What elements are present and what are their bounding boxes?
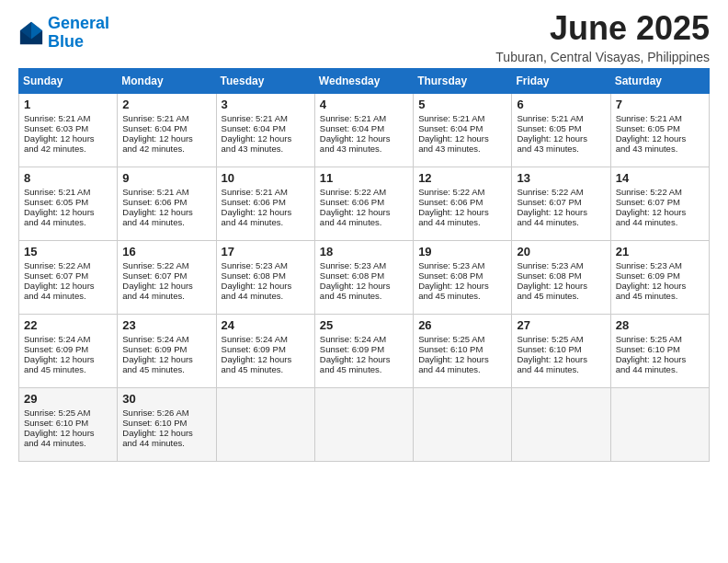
sunset-label: Sunset: 6:10 PM xyxy=(616,344,680,354)
table-row xyxy=(216,388,314,462)
table-row xyxy=(610,388,709,462)
daylight-label: Daylight: 12 hours xyxy=(320,354,391,364)
sunrise-label: Sunrise: 5:24 AM xyxy=(24,334,90,344)
sunset-label: Sunset: 6:09 PM xyxy=(616,270,680,281)
sunrise-label: Sunrise: 5:25 AM xyxy=(517,334,583,344)
daylight-minutes: and 43 minutes. xyxy=(616,144,678,154)
daylight-label: Daylight: 12 hours xyxy=(24,281,95,291)
daylight-minutes: and 44 minutes. xyxy=(24,291,86,301)
daylight-label: Daylight: 12 hours xyxy=(24,354,95,364)
sunrise-label: Sunrise: 5:21 AM xyxy=(122,187,188,197)
sunrise-label: Sunrise: 5:21 AM xyxy=(320,113,386,123)
daylight-minutes: and 43 minutes. xyxy=(320,144,382,154)
day-number: 4 xyxy=(320,98,408,111)
sunrise-label: Sunrise: 5:23 AM xyxy=(320,260,386,270)
table-row: 9 Sunrise: 5:21 AM Sunset: 6:06 PM Dayli… xyxy=(118,167,216,241)
day-number: 1 xyxy=(24,98,112,111)
daylight-minutes: and 42 minutes. xyxy=(24,144,86,154)
table-row xyxy=(512,388,610,462)
daylight-label: Daylight: 12 hours xyxy=(418,281,489,291)
sunrise-label: Sunrise: 5:21 AM xyxy=(616,113,682,123)
sunrise-label: Sunrise: 5:22 AM xyxy=(418,187,484,197)
day-number: 5 xyxy=(418,98,506,111)
day-number: 29 xyxy=(24,392,112,406)
sunset-label: Sunset: 6:09 PM xyxy=(122,344,187,354)
sunrise-label: Sunrise: 5:22 AM xyxy=(320,187,386,197)
day-number: 11 xyxy=(320,171,408,185)
day-number: 7 xyxy=(616,98,704,111)
day-number: 8 xyxy=(24,171,112,185)
daylight-label: Daylight: 12 hours xyxy=(222,281,292,291)
calendar-table: Sunday Monday Tuesday Wednesday Thursday… xyxy=(18,68,710,462)
day-number: 3 xyxy=(222,98,310,111)
sunset-label: Sunset: 6:05 PM xyxy=(517,123,581,133)
daylight-minutes: and 45 minutes. xyxy=(320,291,382,301)
logo-text: GeneralBlue xyxy=(48,15,109,52)
daylight-label: Daylight: 12 hours xyxy=(517,133,587,144)
sunset-label: Sunset: 6:09 PM xyxy=(24,344,88,354)
header: GeneralBlue June 2025 Tuburan, Central V… xyxy=(18,9,710,64)
daylight-minutes: and 44 minutes. xyxy=(222,291,284,301)
sunset-label: Sunset: 6:10 PM xyxy=(517,344,581,354)
daylight-label: Daylight: 12 hours xyxy=(517,207,587,217)
daylight-label: Daylight: 12 hours xyxy=(517,354,587,364)
daylight-minutes: and 45 minutes. xyxy=(222,364,284,374)
daylight-minutes: and 45 minutes. xyxy=(517,291,579,301)
sunset-label: Sunset: 6:04 PM xyxy=(320,123,384,133)
daylight-minutes: and 44 minutes. xyxy=(122,217,185,227)
daylight-label: Daylight: 12 hours xyxy=(122,207,193,217)
daylight-minutes: and 44 minutes. xyxy=(517,364,579,374)
table-row: 13 Sunrise: 5:22 AM Sunset: 6:07 PM Dayl… xyxy=(512,167,610,241)
daylight-minutes: and 45 minutes. xyxy=(122,364,185,374)
daylight-label: Daylight: 12 hours xyxy=(418,207,489,217)
calendar-week-row: 1 Sunrise: 5:21 AM Sunset: 6:03 PM Dayli… xyxy=(19,94,710,167)
daylight-label: Daylight: 12 hours xyxy=(616,207,687,217)
col-monday: Monday xyxy=(118,69,216,94)
table-row xyxy=(414,388,512,462)
table-row: 6 Sunrise: 5:21 AM Sunset: 6:05 PM Dayli… xyxy=(512,94,610,167)
title-area: June 2025 Tuburan, Central Visayas, Phil… xyxy=(495,9,710,64)
sunset-label: Sunset: 6:07 PM xyxy=(616,197,680,207)
daylight-minutes: and 44 minutes. xyxy=(24,438,86,448)
daylight-minutes: and 44 minutes. xyxy=(616,217,678,227)
table-row: 17 Sunrise: 5:23 AM Sunset: 6:08 PM Dayl… xyxy=(216,241,314,315)
day-number: 14 xyxy=(616,171,704,185)
table-row: 11 Sunrise: 5:22 AM Sunset: 6:06 PM Dayl… xyxy=(314,167,413,241)
col-saturday: Saturday xyxy=(610,69,709,94)
table-row: 19 Sunrise: 5:23 AM Sunset: 6:08 PM Dayl… xyxy=(414,241,512,315)
calendar-week-row: 8 Sunrise: 5:21 AM Sunset: 6:05 PM Dayli… xyxy=(19,167,710,241)
daylight-minutes: and 43 minutes. xyxy=(517,144,579,154)
daylight-label: Daylight: 12 hours xyxy=(222,133,292,144)
day-number: 12 xyxy=(418,171,506,185)
sunrise-label: Sunrise: 5:23 AM xyxy=(418,260,484,270)
sunset-label: Sunset: 6:10 PM xyxy=(24,418,88,428)
sunrise-label: Sunrise: 5:23 AM xyxy=(517,260,583,270)
daylight-minutes: and 44 minutes. xyxy=(616,364,678,374)
daylight-label: Daylight: 12 hours xyxy=(122,133,193,144)
logo: GeneralBlue xyxy=(18,15,109,52)
daylight-minutes: and 45 minutes. xyxy=(418,291,481,301)
table-row: 29 Sunrise: 5:25 AM Sunset: 6:10 PM Dayl… xyxy=(19,388,118,462)
table-row: 30 Sunrise: 5:26 AM Sunset: 6:10 PM Dayl… xyxy=(118,388,216,462)
sunset-label: Sunset: 6:09 PM xyxy=(320,344,384,354)
daylight-label: Daylight: 12 hours xyxy=(24,207,95,217)
day-number: 22 xyxy=(24,318,112,332)
sunset-label: Sunset: 6:06 PM xyxy=(418,197,483,207)
table-row: 20 Sunrise: 5:23 AM Sunset: 6:08 PM Dayl… xyxy=(512,241,610,315)
logo-icon xyxy=(18,20,44,46)
daylight-minutes: and 45 minutes. xyxy=(24,364,86,374)
sunset-label: Sunset: 6:03 PM xyxy=(24,123,88,133)
sunrise-label: Sunrise: 5:21 AM xyxy=(222,187,288,197)
daylight-label: Daylight: 12 hours xyxy=(616,133,687,144)
day-number: 18 xyxy=(320,245,408,259)
table-row: 22 Sunrise: 5:24 AM Sunset: 6:09 PM Dayl… xyxy=(19,315,118,388)
table-row: 23 Sunrise: 5:24 AM Sunset: 6:09 PM Dayl… xyxy=(118,315,216,388)
sunset-label: Sunset: 6:08 PM xyxy=(418,270,483,281)
daylight-label: Daylight: 12 hours xyxy=(320,207,391,217)
sunset-label: Sunset: 6:08 PM xyxy=(222,270,286,281)
daylight-minutes: and 44 minutes. xyxy=(24,217,86,227)
daylight-minutes: and 44 minutes. xyxy=(418,217,481,227)
daylight-minutes: and 43 minutes. xyxy=(222,144,284,154)
table-row: 25 Sunrise: 5:24 AM Sunset: 6:09 PM Dayl… xyxy=(314,315,413,388)
sunset-label: Sunset: 6:09 PM xyxy=(222,344,286,354)
